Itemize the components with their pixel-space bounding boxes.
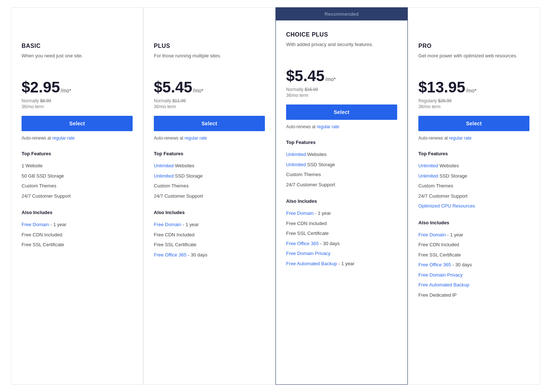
also-includes-title-pro: Also Includes bbox=[418, 220, 529, 225]
plan-desc-choice-plus: With added privacy and security features… bbox=[286, 41, 397, 60]
top-feature-pro-3: 24/7 Customer Support bbox=[418, 191, 529, 201]
top-feature-plus-0: Unlimited Websites bbox=[154, 161, 265, 171]
also-include-pro-4: Free Domain Privacy bbox=[418, 270, 529, 280]
also-link-pro-4[interactable]: Free Domain Privacy bbox=[418, 272, 463, 278]
also-link-pro-0[interactable]: Free Domain bbox=[418, 232, 446, 237]
top-features-list-pro: Unlimited WebsitesUnlimited SSD StorageC… bbox=[418, 161, 529, 211]
price-term-pro: 36/mo term bbox=[418, 104, 529, 109]
price-normal-choice-plus: Normally $16.99 bbox=[286, 87, 397, 92]
select-button-choice-plus[interactable]: Select bbox=[286, 104, 397, 120]
regular-rate-link-choice-plus[interactable]: regular rate bbox=[317, 124, 339, 129]
recommended-placeholder bbox=[22, 19, 133, 32]
also-link-basic-0[interactable]: Free Domain bbox=[22, 222, 49, 227]
plan-desc-pro: Get more power with optimized web resour… bbox=[418, 52, 529, 71]
regular-rate-link-plus[interactable]: regular rate bbox=[185, 136, 207, 141]
feature-link-pro-0[interactable]: Unlimited bbox=[418, 163, 438, 168]
also-include-plus-1: Free CDN Included bbox=[154, 230, 265, 240]
price-term-basic: 36/mo term bbox=[22, 104, 133, 109]
recommended-placeholder bbox=[418, 19, 529, 32]
also-link-choice-plus-5[interactable]: Free Automated Backup bbox=[286, 261, 337, 266]
also-include-choice-plus-1: Free CDN Included bbox=[286, 218, 397, 229]
top-features-title-choice-plus: Top Features bbox=[286, 140, 397, 145]
top-feature-pro-1: Unlimited SSD Storage bbox=[418, 171, 529, 181]
plan-desc-plus: For those running multiple sites. bbox=[154, 52, 265, 71]
auto-renew-choice-plus: Auto-renews at regular rate bbox=[286, 124, 397, 129]
top-feature-basic-1: 50 GB SSD Storage bbox=[22, 171, 133, 181]
select-button-plus[interactable]: Select bbox=[154, 116, 265, 131]
top-feature-choice-plus-1: Unlimited SSD Storage bbox=[286, 160, 397, 170]
plan-card-plus: PLUSFor those running multiple sites. $5… bbox=[143, 7, 276, 385]
regular-rate-link-pro[interactable]: regular rate bbox=[449, 136, 471, 141]
recommended-badge: Recommended bbox=[276, 8, 407, 20]
also-includes-title-basic: Also Includes bbox=[22, 210, 133, 215]
top-feature-basic-3: 24/7 Customer Support bbox=[22, 191, 133, 201]
top-feature-plus-2: Custom Themes bbox=[154, 181, 265, 191]
regular-rate-link-basic[interactable]: regular rate bbox=[52, 136, 75, 141]
also-include-choice-plus-0: Free Domain - 1 year bbox=[286, 208, 397, 218]
price-amount-plus: $5.45 bbox=[154, 79, 192, 96]
pricing-container: BASICWhen you need just one site. $2.95 … bbox=[0, 0, 551, 392]
also-include-choice-plus-4: Free Domain Privacy bbox=[286, 248, 397, 259]
also-link-plus-0[interactable]: Free Domain bbox=[154, 222, 181, 227]
price-normal-basic: Normally $8.99 bbox=[22, 98, 133, 103]
top-feature-choice-plus-3: 24/7 Customer Support bbox=[286, 180, 397, 190]
plan-price-plus: $5.45 /mo* bbox=[154, 79, 265, 96]
also-include-pro-3: Free Office 365 - 30 days bbox=[418, 260, 529, 270]
top-feature-choice-plus-0: Unlimited Websites bbox=[286, 149, 397, 160]
also-link-pro-5[interactable]: Free Automated Backup bbox=[418, 282, 469, 288]
plan-card-basic: BASICWhen you need just one site. $2.95 … bbox=[11, 7, 143, 385]
feature-link-plus-1[interactable]: Unlimited bbox=[154, 173, 174, 179]
also-link-pro-3[interactable]: Free Office 365 bbox=[418, 262, 451, 267]
plan-desc-basic: When you need just one site. bbox=[22, 52, 133, 71]
top-features-list-plus: Unlimited WebsitesUnlimited SSD StorageC… bbox=[154, 161, 265, 201]
top-features-title-plus: Top Features bbox=[154, 151, 265, 156]
top-feature-choice-plus-2: Custom Themes bbox=[286, 170, 397, 180]
also-link-choice-plus-0[interactable]: Free Domain bbox=[286, 210, 314, 216]
also-includes-list-basic: Free Domain - 1 yearFree CDN IncludedFre… bbox=[22, 220, 133, 250]
feature-link-choice-plus-0[interactable]: Unlimited bbox=[286, 152, 306, 157]
also-include-choice-plus-3: Free Office 365 - 30 days bbox=[286, 239, 397, 249]
plan-name-choice-plus: CHOICE PLUS bbox=[286, 31, 397, 38]
select-button-pro[interactable]: Select bbox=[418, 116, 529, 131]
also-include-plus-3: Free Office 365 - 30 days bbox=[154, 250, 265, 260]
also-include-basic-0: Free Domain - 1 year bbox=[22, 220, 133, 230]
price-unit-basic: /mo* bbox=[61, 88, 71, 94]
also-include-pro-6: Free Dedicated IP bbox=[418, 290, 529, 300]
top-features-list-basic: 1 Website50 GB SSD StorageCustom Themes2… bbox=[22, 161, 133, 201]
price-normal-pro: Regularly $26.99 bbox=[418, 98, 529, 103]
price-unit-choice-plus: /mo* bbox=[325, 76, 336, 82]
select-button-basic[interactable]: Select bbox=[22, 116, 133, 131]
also-includes-list-pro: Free Domain - 1 yearFree CDN IncludedFre… bbox=[418, 230, 529, 300]
plan-name-plus: PLUS bbox=[154, 43, 265, 49]
feature-link-pro-1[interactable]: Unlimited bbox=[418, 173, 438, 179]
also-link-choice-plus-4[interactable]: Free Domain Privacy bbox=[286, 251, 330, 256]
top-feature-pro-0: Unlimited Websites bbox=[418, 161, 529, 171]
also-includes-list-choice-plus: Free Domain - 1 yearFree CDN IncludedFre… bbox=[286, 208, 397, 269]
also-include-plus-0: Free Domain - 1 year bbox=[154, 220, 265, 230]
feature-link-pro-4[interactable]: Optimized CPU Resources bbox=[418, 203, 475, 209]
price-unit-pro: /mo* bbox=[466, 88, 476, 94]
also-include-basic-1: Free CDN Included bbox=[22, 230, 133, 240]
also-link-plus-3[interactable]: Free Office 365 bbox=[154, 252, 186, 258]
also-include-plus-2: Free SSL Certificate bbox=[154, 240, 265, 250]
top-feature-pro-4: Optimized CPU Resources bbox=[418, 201, 529, 211]
plan-card-pro: PROGet more power with optimized web res… bbox=[408, 7, 540, 385]
plan-price-choice-plus: $5.45 /mo* bbox=[286, 67, 397, 85]
also-include-pro-0: Free Domain - 1 year bbox=[418, 230, 529, 240]
feature-link-plus-0[interactable]: Unlimited bbox=[154, 163, 174, 168]
price-amount-basic: $2.95 bbox=[22, 79, 60, 96]
top-features-list-choice-plus: Unlimited WebsitesUnlimited SSD StorageC… bbox=[286, 149, 397, 190]
auto-renew-basic: Auto-renews at regular rate bbox=[22, 136, 133, 141]
also-include-basic-2: Free SSL Certificate bbox=[22, 240, 133, 250]
price-unit-plus: /mo* bbox=[193, 88, 204, 94]
feature-link-choice-plus-1[interactable]: Unlimited bbox=[286, 162, 306, 167]
top-feature-basic-0: 1 Website bbox=[22, 161, 133, 171]
also-link-choice-plus-3[interactable]: Free Office 365 bbox=[286, 241, 319, 246]
top-features-title-pro: Top Features bbox=[418, 151, 529, 156]
plan-price-basic: $2.95 /mo* bbox=[22, 79, 133, 96]
plan-card-choice-plus: RecommendedCHOICE PLUSWith added privacy… bbox=[276, 7, 408, 385]
also-include-pro-2: Free SSL Certificate bbox=[418, 250, 529, 260]
top-feature-basic-2: Custom Themes bbox=[22, 181, 133, 191]
also-include-choice-plus-5: Free Automated Backup - 1 year bbox=[286, 259, 397, 269]
plan-name-pro: PRO bbox=[418, 43, 529, 49]
